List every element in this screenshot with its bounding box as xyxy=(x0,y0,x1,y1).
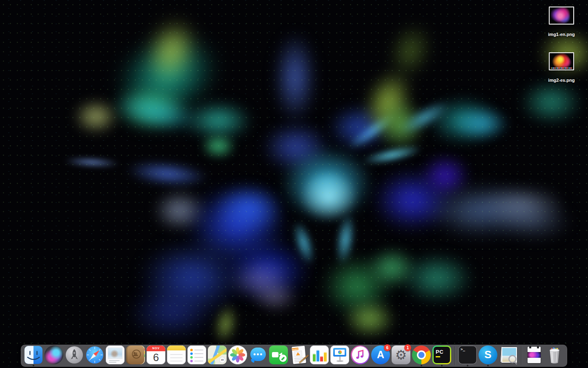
file-thumbnail-img1 xyxy=(549,7,574,25)
maps-icon: 3D xyxy=(208,346,227,364)
dock-item-calendar[interactable]: NOV 6 xyxy=(146,345,166,367)
file-label: img1-en.png xyxy=(548,32,575,37)
notification-badge: 6 xyxy=(384,344,391,351)
running-indicator xyxy=(421,365,422,366)
running-indicator xyxy=(487,365,489,366)
dock-item-terminal[interactable]: >_ xyxy=(457,345,478,367)
siri-icon xyxy=(45,346,63,364)
facetime-icon xyxy=(269,346,288,364)
book-tab xyxy=(144,348,145,350)
bar-yellow xyxy=(324,352,327,361)
notification-badge: 1 xyxy=(404,344,411,351)
pycharm-icon: PC xyxy=(432,346,451,364)
finder-icon xyxy=(24,346,43,364)
mail-icon xyxy=(106,346,125,364)
book-tab xyxy=(144,355,145,357)
terminal-icon: >_ xyxy=(458,346,477,364)
pycharm-logo-text: PC xyxy=(436,349,443,355)
dock-item-app-store[interactable]: A 6 xyxy=(370,345,391,367)
desktop-file-img1-en[interactable]: img1-en.png xyxy=(537,7,586,37)
file-thumbnail-img2 xyxy=(549,52,574,70)
dock-item-itunes[interactable] xyxy=(350,345,370,367)
reminders-icon xyxy=(187,346,206,364)
notes-icon xyxy=(167,346,186,364)
stamp-picture xyxy=(108,348,122,359)
dock-item-safari[interactable] xyxy=(85,345,105,367)
calendar-icon: NOV 6 xyxy=(147,346,165,364)
dock-item-skype[interactable]: S xyxy=(478,345,498,367)
dock-item-pages[interactable]: PAGES xyxy=(289,345,309,367)
running-indicator xyxy=(467,365,468,366)
dock-divider xyxy=(454,346,455,365)
dock-item-document-img[interactable] xyxy=(524,345,544,367)
pages-banner: PAGES xyxy=(292,348,298,350)
dock-item-numbers[interactable] xyxy=(309,345,330,367)
keynote-icon xyxy=(330,346,349,364)
numbers-icon xyxy=(310,346,329,364)
dock-item-mail[interactable] xyxy=(105,345,125,367)
dock-item-reminders[interactable] xyxy=(187,345,207,367)
photos-icon xyxy=(228,346,247,364)
contacts-icon xyxy=(126,346,145,364)
address-line xyxy=(109,362,116,363)
dock-item-system-preferences[interactable]: ⚙ 1 xyxy=(391,345,411,367)
running-indicator xyxy=(441,365,443,366)
trash-full-icon xyxy=(545,346,564,364)
bar-blue xyxy=(316,350,319,361)
maps-3d-badge: 3D xyxy=(219,357,225,363)
macos-desktop: img1-en.png img2-es.png xyxy=(0,0,588,368)
dock-item-messages[interactable] xyxy=(248,345,268,367)
dock-item-chrome[interactable] xyxy=(411,345,432,367)
video-camera-glyph xyxy=(272,352,278,357)
image-document-icon xyxy=(525,346,543,364)
bar-green xyxy=(313,354,316,361)
pages-icon: PAGES xyxy=(290,346,308,364)
book-tab xyxy=(144,351,145,354)
launchpad-icon xyxy=(65,346,84,364)
dock-item-launchpad[interactable] xyxy=(64,345,85,367)
dock-item-trash[interactable] xyxy=(544,345,565,367)
dock-item-finder[interactable] xyxy=(23,345,44,367)
dock-item-facetime[interactable] xyxy=(268,345,289,367)
calendar-month: NOV xyxy=(147,346,165,351)
bar-red xyxy=(320,356,323,361)
file-label: img2-es.png xyxy=(548,78,575,83)
dock-item-pycharm[interactable]: PC xyxy=(432,345,452,367)
dock: NOV 6 xyxy=(21,345,567,367)
dock-item-siri[interactable] xyxy=(44,345,64,367)
wallpaper xyxy=(0,0,588,368)
preview-icon xyxy=(499,346,518,364)
dock-divider xyxy=(521,346,521,365)
calendar-day: 6 xyxy=(147,351,165,364)
messages-icon xyxy=(249,346,267,364)
address-line xyxy=(109,360,120,361)
safari-icon xyxy=(85,346,104,364)
dock-item-keynote[interactable] xyxy=(330,345,350,367)
chrome-icon xyxy=(412,346,431,364)
skype-icon: S xyxy=(479,346,497,364)
running-indicator xyxy=(33,365,34,366)
dock-item-preview[interactable] xyxy=(498,345,519,367)
dock-item-photos[interactable] xyxy=(227,345,248,367)
dock-item-maps[interactable]: 3D xyxy=(207,345,227,367)
desktop-file-img2-es[interactable]: img2-es.png xyxy=(537,52,586,83)
itunes-icon xyxy=(351,346,370,364)
speckle-layer xyxy=(0,0,588,368)
dock-item-notes[interactable] xyxy=(166,345,187,367)
dock-item-contacts[interactable] xyxy=(125,345,146,367)
